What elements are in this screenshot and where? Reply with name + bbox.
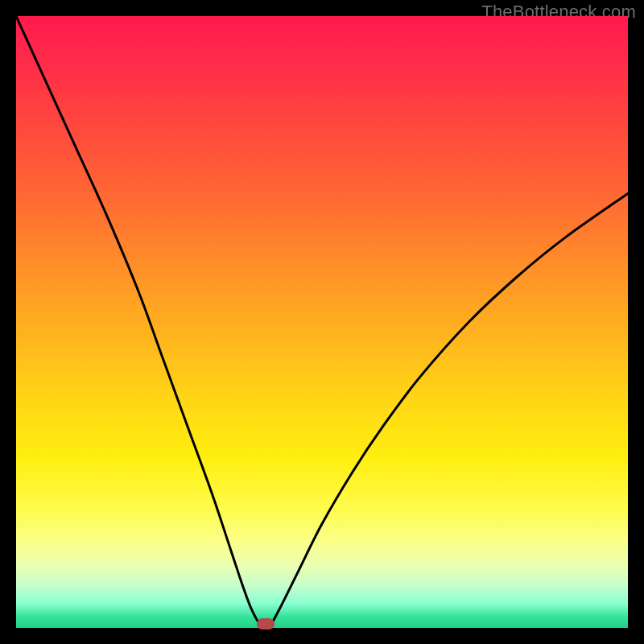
bottleneck-curve <box>16 16 628 627</box>
curve-layer <box>16 16 628 628</box>
plot-area <box>16 16 628 628</box>
optimum-marker <box>257 618 275 630</box>
chart-frame: TheBottleneck.com <box>0 0 644 644</box>
